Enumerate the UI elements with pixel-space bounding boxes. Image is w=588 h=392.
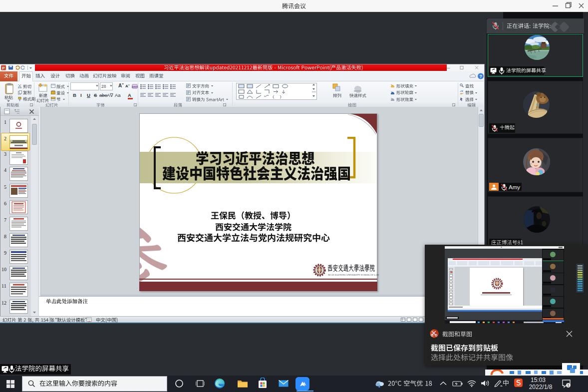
svg-text:P: P <box>2 66 5 70</box>
svg-text:1: 1 <box>567 383 569 388</box>
svg-text:?: ? <box>479 74 482 79</box>
svg-text:wen: wen <box>132 85 138 88</box>
